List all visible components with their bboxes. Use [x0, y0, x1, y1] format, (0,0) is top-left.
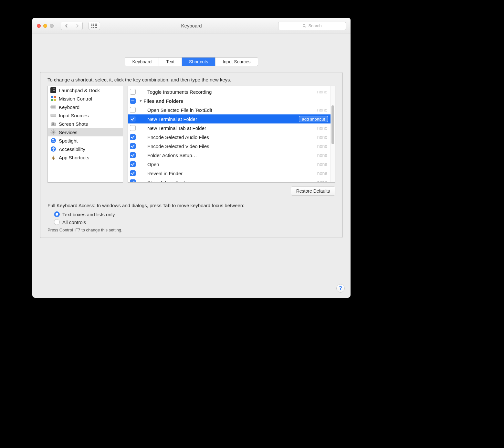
checkbox[interactable]: [130, 125, 136, 131]
instructions-label: To change a shortcut, select it, click t…: [40, 77, 342, 86]
restore-defaults-button[interactable]: Restore Defaults: [291, 187, 335, 196]
sidebar-item-keyboard[interactable]: Keyboard: [48, 103, 123, 111]
tab-shortcuts[interactable]: Shortcuts: [182, 58, 215, 66]
list-item[interactable]: Opennone: [128, 160, 331, 169]
checkbox[interactable]: [130, 98, 136, 104]
sidebar-item-accessibility[interactable]: Accessibility: [48, 145, 123, 153]
list-group[interactable]: ▼Files and Folders: [128, 96, 331, 105]
shortcut-value: none: [317, 134, 327, 140]
svg-rect-5: [54, 89, 55, 89]
checkbox[interactable]: [130, 152, 136, 158]
list-item[interactable]: Folder Actions Setup…none: [128, 151, 331, 160]
svg-point-23: [53, 132, 54, 133]
radio-label: All controls: [62, 219, 86, 225]
search-field[interactable]: Search: [278, 22, 346, 30]
list-item[interactable]: Reveal in Findernone: [128, 169, 331, 178]
scrollbar-track[interactable]: [331, 86, 335, 182]
sidebar-item-spotlight[interactable]: Spotlight: [48, 136, 123, 145]
camera-icon: [50, 121, 56, 127]
close-button[interactable]: [37, 24, 41, 28]
list-group-label: Files and Folders: [143, 98, 331, 104]
shortcut-list[interactable]: Time Profile Entire SystemToggle Instrum…: [128, 86, 335, 183]
checkbox[interactable]: [130, 107, 136, 113]
show-all-button[interactable]: [89, 22, 100, 30]
svg-point-36: [53, 147, 54, 148]
list-item[interactable]: New Terminal at Folderadd shortcut: [128, 114, 331, 123]
svg-line-30: [55, 130, 55, 131]
tab-input-sources[interactable]: Input Sources: [215, 58, 257, 66]
svg-rect-4: [53, 89, 54, 89]
shortcut-value: none: [317, 171, 327, 176]
zoom-button[interactable]: [50, 24, 54, 28]
checkbox[interactable]: [130, 161, 136, 167]
svg-rect-9: [51, 96, 53, 98]
checkbox[interactable]: [130, 143, 136, 149]
disclosure-triangle-icon[interactable]: ▼: [139, 99, 142, 103]
checkbox[interactable]: [130, 134, 136, 140]
chevron-left-icon: [65, 24, 68, 28]
svg-rect-8: [54, 90, 55, 91]
shortcuts-panel: To change a shortcut, select it, click t…: [40, 72, 343, 238]
full-keyboard-access-hint: Press Control+F7 to change this setting.: [47, 228, 342, 232]
list-item[interactable]: New Terminal Tab at Foldernone: [128, 123, 331, 133]
sidebar-item-label: Mission Control: [59, 96, 92, 101]
list-item-label: Encode Selected Video Files: [147, 144, 317, 149]
minimize-button[interactable]: [43, 24, 47, 28]
svg-rect-16: [51, 114, 56, 117]
list-item[interactable]: Encode Selected Video Filesnone: [128, 142, 331, 151]
sidebar-item-app-shortcuts[interactable]: App Shortcuts: [48, 153, 123, 162]
sidebar-item-services[interactable]: Services: [48, 128, 123, 136]
gear-icon: [50, 129, 56, 135]
spotlight-icon: [50, 138, 56, 144]
shortcut-value: none: [317, 89, 327, 94]
radio-option[interactable]: All controls: [54, 219, 342, 225]
scrollbar-thumb[interactable]: [331, 105, 334, 144]
tab-text[interactable]: Text: [159, 58, 182, 66]
nav-buttons: [61, 22, 83, 30]
svg-line-29: [55, 133, 55, 134]
svg-rect-37: [53, 157, 54, 160]
svg-point-20: [52, 123, 54, 125]
checkbox[interactable]: [130, 89, 136, 95]
add-shortcut-button[interactable]: add shortcut: [299, 116, 328, 122]
checkbox[interactable]: [130, 170, 136, 176]
sidebar-item-label: Launchpad & Dock: [59, 88, 100, 93]
forward-button[interactable]: [72, 22, 83, 30]
titlebar: Keyboard Search: [32, 18, 351, 34]
tab-keyboard[interactable]: Keyboard: [125, 58, 159, 66]
list-item-label: Encode Selected Audio Files: [147, 134, 317, 140]
radio-button[interactable]: [54, 219, 60, 225]
sidebar-item-label: Screen Shots: [59, 121, 88, 127]
category-sidebar[interactable]: Launchpad & DockMission ControlKeyboardI…: [47, 86, 123, 183]
checkbox[interactable]: [130, 179, 136, 183]
help-button[interactable]: ?: [336, 284, 345, 293]
svg-line-1: [305, 26, 306, 27]
svg-rect-7: [53, 90, 54, 91]
list-item[interactable]: Open Selected File in TextEditnone: [128, 105, 331, 114]
list-item-label: Open Selected File in TextEdit: [147, 107, 317, 113]
list-item[interactable]: Toggle Instruments Recordingnone: [128, 87, 331, 96]
mission-control-icon: [50, 96, 56, 101]
sidebar-item-mission-control[interactable]: Mission Control: [48, 94, 123, 103]
radio-button[interactable]: [54, 211, 60, 217]
sidebar-item-label: App Shortcuts: [59, 155, 89, 160]
list-item[interactable]: Show Info in Findernone: [128, 178, 331, 183]
list-item-label: New Terminal at Folder: [147, 116, 299, 122]
svg-rect-10: [54, 96, 56, 98]
radio-option[interactable]: Text boxes and lists only: [54, 211, 342, 217]
svg-point-0: [303, 24, 305, 27]
search-placeholder: Search: [308, 23, 321, 28]
back-button[interactable]: [61, 22, 72, 30]
sidebar-item-launchpad-dock[interactable]: Launchpad & Dock: [48, 86, 123, 94]
checkbox[interactable]: [130, 116, 136, 122]
app-shortcuts-icon: [50, 155, 56, 160]
sidebar-item-screen-shots[interactable]: Screen Shots: [48, 120, 123, 128]
list-item[interactable]: Encode Selected Audio Filesnone: [128, 133, 331, 142]
svg-line-31: [51, 133, 52, 134]
sidebar-item-label: Keyboard: [59, 104, 79, 110]
sidebar-item-input-sources[interactable]: Input Sources: [48, 111, 123, 120]
keyboard-icon: [50, 112, 56, 118]
window-body: KeyboardTextShortcutsInput Sources To ch…: [32, 34, 351, 244]
radio-label: Text boxes and lists only: [62, 212, 115, 217]
list-item-label: Toggle Instruments Recording: [147, 89, 317, 95]
